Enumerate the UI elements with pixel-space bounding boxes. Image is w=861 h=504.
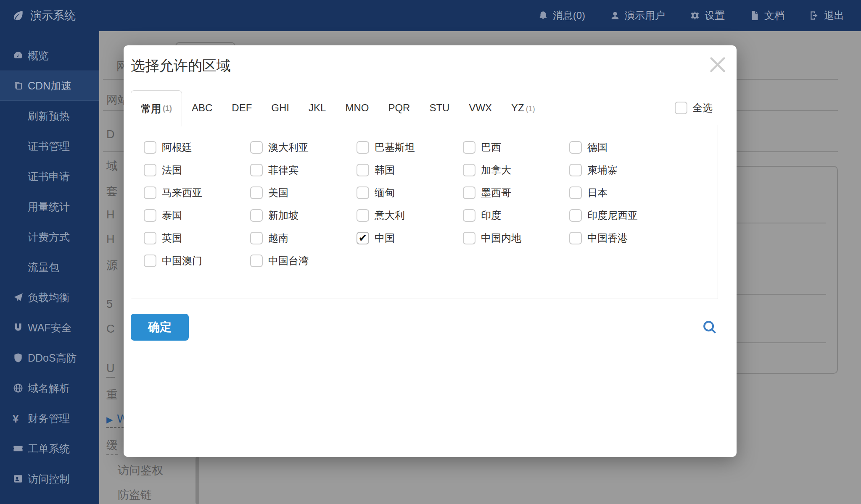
region-option-新加坡[interactable]: 新加坡: [250, 204, 357, 227]
region-option-巴基斯坦[interactable]: 巴基斯坦: [357, 136, 463, 159]
sidebar-item-13[interactable]: 工单系统: [0, 433, 99, 464]
checkbox: [250, 164, 263, 176]
tab-MNO[interactable]: MNO: [335, 102, 378, 114]
region-option-label: 缅甸: [375, 186, 395, 200]
region-option-label: 中国澳门: [162, 254, 202, 268]
tab-label: MNO: [345, 102, 369, 113]
navbar-item-2[interactable]: 设置: [689, 9, 725, 22]
checkbox: [144, 186, 156, 199]
sidebar-item-9[interactable]: WAF安全: [0, 312, 99, 343]
navbar-item-1[interactable]: 演示用户: [610, 9, 665, 22]
region-option-英国[interactable]: 英国: [144, 227, 250, 249]
sidebar-item-3[interactable]: 证书管理: [0, 131, 99, 161]
region-option-label: 巴西: [481, 141, 501, 154]
region-option-澳大利亚[interactable]: 澳大利亚: [250, 136, 357, 159]
region-option-label: 菲律宾: [268, 163, 298, 177]
region-option-日本[interactable]: 日本: [569, 181, 676, 204]
region-option-印度尼西亚[interactable]: 印度尼西亚: [569, 204, 676, 227]
sidebar-item-5[interactable]: 用量统计: [0, 192, 99, 222]
search-icon[interactable]: [702, 319, 718, 335]
checkbox: [144, 141, 156, 154]
region-option-巴西[interactable]: 巴西: [463, 136, 569, 159]
sidebar-item-14[interactable]: 访问控制: [0, 464, 99, 494]
tab-JKL[interactable]: JKL: [299, 102, 335, 114]
sidebar-item-8[interactable]: 负载均衡: [0, 282, 99, 312]
region-option-印度[interactable]: 印度: [463, 204, 569, 227]
region-option-label: 中国: [375, 231, 395, 245]
tab-常用[interactable]: 常用(1): [131, 90, 182, 126]
checkbox: [357, 141, 369, 154]
region-option-label: 墨西哥: [481, 186, 511, 200]
region-option-阿根廷[interactable]: 阿根廷: [144, 136, 250, 159]
checkbox: [569, 186, 582, 199]
region-option-加拿大[interactable]: 加拿大: [463, 159, 569, 181]
region-option-菲律宾[interactable]: 菲律宾: [250, 159, 357, 181]
region-option-label: 日本: [587, 186, 607, 200]
region-option-缅甸[interactable]: 缅甸: [357, 181, 463, 204]
tab-STU[interactable]: STU: [420, 102, 459, 114]
checkbox: [357, 186, 369, 199]
region-option-马来西亚[interactable]: 马来西亚: [144, 181, 250, 204]
checkbox: [357, 164, 369, 176]
sidebar-item-label: 财务管理: [28, 412, 70, 425]
region-option-泰国[interactable]: 泰国: [144, 204, 250, 227]
navbar-item-4[interactable]: 退出: [809, 9, 844, 22]
region-option-label: 意大利: [375, 209, 405, 222]
region-option-意大利[interactable]: 意大利: [357, 204, 463, 227]
sidebar-item-label: 负载均衡: [28, 291, 70, 304]
sidebar-item-10[interactable]: DDoS高防: [0, 343, 99, 373]
sidebar-item-0[interactable]: 概览: [0, 40, 99, 71]
tab-YZ[interactable]: YZ(1): [502, 102, 545, 114]
tab-label: YZ: [511, 102, 524, 113]
region-option-中国内地[interactable]: 中国内地: [463, 227, 569, 249]
yen-icon: ¥: [13, 413, 24, 424]
checkbox: [569, 232, 582, 244]
gauge-icon: [13, 50, 24, 61]
navbar-item-0[interactable]: 消息(0): [538, 9, 585, 22]
sidebar-item-6[interactable]: 计费方式: [0, 222, 99, 252]
region-option-中国澳门[interactable]: 中国澳门: [144, 249, 250, 272]
region-option-label: 英国: [162, 231, 182, 245]
app-brand: 演示系统: [0, 8, 76, 23]
navbar-item-label: 文档: [764, 9, 784, 22]
checkbox: [463, 141, 475, 154]
checkbox: [250, 141, 263, 154]
checkbox: [569, 141, 582, 154]
sidebar-item-12[interactable]: ¥财务管理: [0, 403, 99, 433]
sidebar-item-label: DDoS高防: [28, 351, 77, 365]
tab-DEF[interactable]: DEF: [222, 102, 261, 114]
region-checkbox-grid: 阿根廷澳大利亚巴基斯坦巴西德国法国菲律宾韩国加拿大柬埔寨马来西亚美国缅甸墨西哥日…: [131, 125, 718, 299]
sidebar-item-label: 用量统计: [28, 200, 70, 214]
tab-ABC[interactable]: ABC: [182, 102, 222, 114]
region-option-韩国[interactable]: 韩国: [357, 159, 463, 181]
region-option-法国[interactable]: 法国: [144, 159, 250, 181]
region-option-越南[interactable]: 越南: [250, 227, 357, 249]
tab-PQR[interactable]: PQR: [378, 102, 420, 114]
region-option-墨西哥[interactable]: 墨西哥: [463, 181, 569, 204]
region-option-柬埔寨[interactable]: 柬埔寨: [569, 159, 676, 181]
tab-label: STU: [429, 102, 449, 113]
region-option-中国台湾[interactable]: 中国台湾: [250, 249, 357, 272]
sidebar-item-11[interactable]: 域名解析: [0, 373, 99, 403]
sidebar-item-7[interactable]: 流量包: [0, 252, 99, 282]
navbar-item-3[interactable]: 文档: [749, 9, 784, 22]
region-option-中国香港[interactable]: 中国香港: [569, 227, 676, 249]
checkbox: [144, 255, 156, 267]
select-all-label: 全选: [692, 101, 713, 115]
close-icon[interactable]: [708, 55, 727, 74]
ticket-icon: [13, 443, 24, 454]
region-option-德国[interactable]: 德国: [569, 136, 676, 159]
region-option-美国[interactable]: 美国: [250, 181, 357, 204]
region-option-中国[interactable]: ✔中国: [357, 227, 463, 249]
logout-icon: [809, 10, 820, 21]
tab-VWX[interactable]: VWX: [459, 102, 502, 114]
confirm-button[interactable]: 确定: [131, 314, 189, 341]
sidebar-item-label: 概览: [28, 49, 49, 63]
sidebar-item-1[interactable]: CDN加速: [0, 71, 99, 101]
sidebar-item-4[interactable]: 证书申请: [0, 161, 99, 192]
select-all-checkbox[interactable]: 全选: [675, 101, 713, 115]
sidebar-item-2[interactable]: 刷新预热: [0, 101, 99, 131]
navbar-items: 消息(0)演示用户设置文档退出: [538, 9, 861, 22]
region-option-label: 澳大利亚: [268, 141, 309, 154]
tab-GHI[interactable]: GHI: [261, 102, 299, 114]
